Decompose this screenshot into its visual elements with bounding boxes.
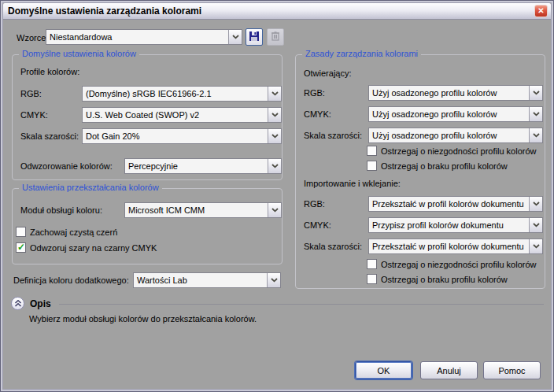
double-chevron-up-icon <box>14 299 22 309</box>
import-cmyk-policy-value: Przypisz profil kolorów dokumentu <box>369 218 529 232</box>
rgb-profile-select[interactable]: (Domyślne) sRGB IEC61966-2.1 <box>82 86 282 102</box>
description-text: Wybierz moduł obsługi kolorów do przeksz… <box>29 314 257 324</box>
import-rgb-policy-select[interactable]: Przekształć w profil kolorów dokumentu <box>368 196 543 212</box>
import-paste-label: Importowanie i wklejanie: <box>304 179 401 188</box>
close-icon: ✕ <box>537 7 544 15</box>
import-grayscale-policy-select[interactable]: Przekształć w profil kolorów dokumentu <box>368 239 543 254</box>
checkbox-label: Zachowaj czystą czerń <box>30 227 117 237</box>
window-title: Domyślne ustawienia zarządzania kolorami <box>3 6 201 17</box>
checkbox-box[interactable] <box>16 242 26 253</box>
chevron-down-icon[interactable] <box>529 218 542 232</box>
grayscale-label: Skala szarości: <box>304 242 362 251</box>
import-cmyk-policy-select[interactable]: Przypisz profil kolorów dokumentu <box>368 217 543 233</box>
color-profiles-label: Profile kolorów: <box>20 67 79 76</box>
chevron-down-icon[interactable] <box>268 203 281 217</box>
grayscale-label: Skala szarości: <box>304 131 362 140</box>
checkbox-preserve-pure-black[interactable]: Zachowaj czystą czerń <box>16 227 117 237</box>
checkbox-box[interactable] <box>367 161 377 171</box>
cmyk-label: CMYK: <box>304 109 331 119</box>
rgb-profile-value: (Domyślne) sRGB IEC61966-2.1 <box>83 87 268 101</box>
chevron-down-icon[interactable] <box>529 239 542 253</box>
checkbox-box[interactable] <box>367 146 377 156</box>
cmyk-label: CMYK: <box>304 220 331 230</box>
spot-color-definition-select[interactable]: Wartości Lab <box>133 272 281 288</box>
color-management-dialog: Domyślne ustawienia zarządzania kolorami… <box>0 0 554 392</box>
checkbox-box[interactable] <box>367 259 377 269</box>
group-default-color-settings: Domyślne ustawienia kolorów Profile kolo… <box>12 54 283 180</box>
checkbox-label: Ostrzegaj o niezgodności profilu kolorów <box>381 146 537 156</box>
grayscale-label: Skala szarości: <box>20 131 79 141</box>
spot-color-definition-value: Wartości Lab <box>134 273 267 287</box>
rgb-label: RGB: <box>304 88 325 98</box>
opening-cmyk-policy-select[interactable]: Użyj osadzonego profilu kolorów <box>368 106 543 122</box>
color-engine-label: Moduł obsługi koloru: <box>20 205 102 215</box>
description-collapse-button[interactable] <box>11 297 24 310</box>
checkbox-box[interactable] <box>16 227 26 237</box>
chevron-down-icon[interactable] <box>529 197 542 211</box>
group-color-management-policies: Zasady zarządzania kolorami Otwierający:… <box>295 54 545 289</box>
checkbox-warn-profile-mismatch-import[interactable]: Ostrzegaj o niezgodności profilu kolorów <box>367 259 537 269</box>
checkbox-map-gray-to-cmyk-black[interactable]: Odwzoruj szary na czarny CMYK <box>16 242 157 253</box>
chevron-down-icon[interactable] <box>529 107 542 121</box>
rendering-intent-label: Odwzorowanie kolorów: <box>20 161 113 171</box>
checkbox-label: Ostrzegaj o niezgodności profilu kolorów <box>381 260 537 269</box>
preset-select[interactable]: Niestandardowa <box>46 29 242 45</box>
color-engine-value: Microsoft ICM CMM <box>125 203 268 217</box>
chevron-down-icon[interactable] <box>529 86 542 100</box>
checkbox-warn-missing-profile-import[interactable]: Ostrzegaj o braku profilu kolorów <box>367 274 508 284</box>
opening-grayscale-policy-select[interactable]: Użyj osadzonego profilu kolorów <box>368 128 543 143</box>
opening-rgb-policy-value: Użyj osadzonego profilu kolorów <box>369 86 529 100</box>
checkbox-label: Odwzoruj szary na czarny CMYK <box>30 243 157 253</box>
opening-grayscale-policy-value: Użyj osadzonego profilu kolorów <box>369 128 529 142</box>
chevron-down-icon[interactable] <box>268 108 281 122</box>
help-button[interactable]: Pomoc <box>483 361 541 379</box>
spot-color-definition-label: Definicja koloru dodatkowego: <box>13 276 129 285</box>
color-engine-select[interactable]: Microsoft ICM CMM <box>124 202 282 218</box>
chevron-down-icon[interactable] <box>268 159 281 173</box>
rgb-label: RGB: <box>20 89 42 98</box>
opening-label: Otwierający: <box>304 68 352 78</box>
chevron-down-icon[interactable] <box>268 87 281 101</box>
cancel-button[interactable]: Anuluj <box>420 361 478 379</box>
cmyk-profile-value: U.S. Web Coated (SWOP) v2 <box>83 108 268 122</box>
import-grayscale-policy-value: Przekształć w profil kolorów dokumentu <box>369 239 529 253</box>
description-title: Opis <box>30 298 51 309</box>
chevron-down-icon[interactable] <box>228 30 242 44</box>
trash-icon <box>271 31 280 43</box>
checkbox-warn-profile-mismatch-opening[interactable]: Ostrzegaj o niezgodności profilu kolorów <box>367 146 537 156</box>
opening-rgb-policy-select[interactable]: Użyj osadzonego profilu kolorów <box>368 85 543 101</box>
preset-label: Wzorce: <box>17 33 48 43</box>
preset-select-value: Niestandardowa <box>46 30 228 44</box>
cmyk-label: CMYK: <box>20 110 48 120</box>
title-bar: Domyślne ustawienia zarządzania kolorami… <box>3 3 551 20</box>
grayscale-profile-value: Dot Gain 20% <box>83 129 268 143</box>
save-preset-button[interactable] <box>246 28 263 46</box>
chevron-down-icon[interactable] <box>267 273 280 287</box>
checkbox-box[interactable] <box>367 274 377 284</box>
rendering-intent-select[interactable]: Percepcyjnie <box>124 158 282 174</box>
delete-preset-button[interactable] <box>267 28 284 46</box>
rgb-label: RGB: <box>304 199 325 209</box>
cmyk-profile-select[interactable]: U.S. Web Coated (SWOP) v2 <box>82 107 282 123</box>
grayscale-profile-select[interactable]: Dot Gain 20% <box>82 128 282 144</box>
chevron-down-icon[interactable] <box>268 129 281 143</box>
checkbox-label: Ostrzegaj o braku profilu kolorów <box>381 161 508 171</box>
group-title: Domyślne ustawienia kolorów <box>19 49 139 58</box>
checkbox-label: Ostrzegaj o braku profilu kolorów <box>381 275 508 284</box>
group-color-conversion-settings: Ustawienia przekształcania kolorów Moduł… <box>12 188 283 264</box>
ok-button[interactable]: OK <box>355 361 412 379</box>
checkbox-warn-missing-profile-opening[interactable]: Ostrzegaj o braku profilu kolorów <box>367 161 508 171</box>
save-icon <box>249 31 260 44</box>
description-divider <box>59 304 544 305</box>
opening-cmyk-policy-value: Użyj osadzonego profilu kolorów <box>369 107 529 121</box>
group-title: Ustawienia przekształcania kolorów <box>19 183 162 192</box>
close-button[interactable]: ✕ <box>534 5 548 17</box>
import-rgb-policy-value: Przekształć w profil kolorów dokumentu <box>369 197 529 211</box>
rendering-intent-value: Percepcyjnie <box>125 159 268 173</box>
group-title: Zasady zarządzania kolorami <box>302 49 421 58</box>
chevron-down-icon[interactable] <box>529 128 542 142</box>
